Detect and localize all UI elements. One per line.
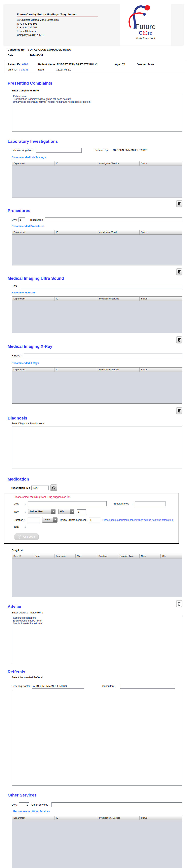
advice-delete-button[interactable]	[176, 600, 182, 607]
drug-input[interactable]	[28, 501, 107, 506]
way-select[interactable]: Before Meal	[28, 509, 55, 514]
lab-table-header: Department ID Investigation/Service Stat…	[12, 161, 182, 166]
other-services-input[interactable]	[51, 802, 182, 807]
prescription-id-input[interactable]	[31, 486, 49, 490]
advice-textarea[interactable]: Continue medications Ensure Abdonimal CT…	[12, 616, 182, 662]
xray-input[interactable]	[24, 353, 182, 358]
procedures-table-header: Department ID Investigation/Service Stat…	[12, 230, 182, 235]
col-duration-type: Duration Type	[118, 554, 140, 558]
section-title-xray: Medical Imaging X-Ray	[8, 344, 187, 349]
uss-table: Department ID Investigation/Service Stat…	[12, 297, 182, 333]
uss-table-header: Department ID Investigation/Service Stat…	[12, 297, 182, 301]
total-label: Total	[14, 525, 25, 528]
advice-label: Enter Doctor's Advice Here	[12, 611, 187, 614]
patient-id-label: Patient ID	[8, 63, 20, 66]
decimal-fractions-note: Please add as decimal numbers when addin…	[102, 519, 173, 521]
logo-letters-re: re	[148, 30, 152, 36]
duration-unit-select[interactable]: Day/s	[42, 517, 58, 523]
consultation-report-page: Future Care by Future Holdings (Pty) Lim…	[0, 0, 187, 868]
procedures-qty-input[interactable]	[18, 217, 25, 222]
col-investigation-service: Investigation/Service	[97, 368, 140, 372]
drug-list-table-header: Drug ID Drug Fequency Way Duration Durat…	[12, 554, 182, 558]
duration-input[interactable]	[28, 518, 40, 522]
diagnosis-textarea[interactable]	[12, 427, 182, 468]
lab-table-body[interactable]	[12, 166, 182, 197]
letterhead: Future Care by Future Holdings (Pty) Lim…	[4, 4, 183, 45]
per-meal-input[interactable]	[89, 518, 100, 522]
company-address: Le Chainter,Victoria,Mahe,Seychelles	[17, 18, 98, 22]
consultant-label: Consultant	[102, 685, 114, 687]
uss-table-body[interactable]	[12, 301, 182, 333]
future-care-logo: Future C♥re Body Mind Soul	[120, 4, 171, 45]
col-note: Note	[140, 554, 161, 558]
other-services-table-body[interactable]	[12, 820, 182, 868]
chevron-down-icon	[51, 509, 55, 514]
section-title-presenting-complaints: Presenting Complaints	[8, 81, 187, 86]
duration-label: Duration :	[14, 519, 28, 521]
xray-label: X-Rays :	[12, 354, 21, 357]
age-label: Age	[115, 63, 120, 66]
drug-list-table-body[interactable]	[12, 558, 182, 597]
procedures-input[interactable]	[45, 217, 182, 222]
other-qty-input[interactable]	[19, 802, 29, 807]
section-title-ultrasound: Medical Imaging Ultra Sound	[8, 276, 187, 281]
procedures-delete-button[interactable]	[176, 268, 182, 275]
other-services-label: Other Services :	[31, 803, 49, 806]
col-drug: Drug	[33, 554, 54, 558]
consultant-input[interactable]	[120, 684, 175, 688]
lab-referred-by-label: Reffered By :	[95, 149, 109, 152]
lab-testings-table: Department ID Investigation/Service Stat…	[12, 161, 182, 198]
prescription-refresh-button[interactable]	[50, 484, 57, 491]
col-id: ID	[54, 230, 97, 235]
logo-tagline: Body Mind Soul	[120, 36, 171, 40]
other-services-table-header: Department ID Investigation / Service St…	[12, 816, 182, 820]
special-notes-input[interactable]	[135, 501, 165, 506]
refresh-icon	[52, 486, 56, 490]
section-title-diagnosis: Diagnosis	[8, 416, 187, 421]
uss-delete-button[interactable]	[176, 336, 182, 343]
company-info: Future Care by Future Holdings (Pty) Lim…	[17, 13, 98, 37]
company-name: Future Care by Future Holdings (Pty) Lim…	[17, 13, 98, 16]
add-drug-button[interactable]: + Add Drug	[14, 533, 39, 540]
lab-investigation-label: Lab Investingation :	[12, 149, 33, 152]
section-title-other-services: Other Services	[8, 793, 187, 798]
trash-icon	[178, 202, 181, 206]
col-id: ID	[54, 161, 97, 165]
per-meal-label: Drugs/Tablets per meal :	[60, 519, 87, 521]
section-title-referrals: Refferals	[8, 670, 187, 674]
col-frequency: Fequency	[54, 554, 76, 558]
trash-icon	[178, 338, 181, 342]
chevron-down-icon	[70, 509, 74, 514]
logo-heart-icon: ♥	[143, 31, 147, 35]
complaints-label: Enter Complaints Here	[12, 89, 187, 92]
col-investigation-service: Investigation/Service	[97, 161, 140, 165]
referring-doctor-label: Reffering Doctor	[12, 685, 30, 687]
visit-date-label: Date	[38, 68, 44, 71]
visit-id-label: Visit ID	[8, 68, 16, 71]
chevron-down-icon	[53, 517, 57, 522]
recommended-uss-link: Recommended USS	[12, 291, 187, 294]
way-label: Way	[14, 510, 25, 513]
lab-investigation-input[interactable]	[36, 148, 82, 153]
patient-name-label: Patient Name	[38, 63, 55, 66]
col-status: Status	[140, 161, 182, 165]
drug-label: Drug	[14, 502, 25, 505]
col-drug-id: Drug ID	[12, 554, 33, 558]
col-way: Way	[76, 554, 97, 558]
xray-table-body[interactable]	[12, 372, 182, 403]
company-email: E: jude@future.sc	[17, 29, 98, 33]
complaints-textarea[interactable]: Patient seen Constipation is improving t…	[12, 94, 182, 131]
frequency-select[interactable]: OD	[58, 509, 74, 514]
referring-doctor-input[interactable]	[32, 684, 84, 688]
col-department: Department	[12, 297, 54, 301]
uss-input[interactable]	[21, 284, 182, 289]
procedures-table-body[interactable]	[12, 235, 182, 265]
other-qty-label: Qty :	[12, 803, 17, 806]
lab-delete-button[interactable]	[176, 200, 182, 207]
xray-delete-button[interactable]	[176, 407, 182, 414]
patient-info-box: Patient ID:6896 Patient Name: ROBERT JEA…	[4, 60, 185, 74]
col-department: Department	[12, 816, 54, 820]
referrals-list-box[interactable]	[12, 691, 182, 786]
section-title-advice: Advice	[8, 604, 187, 609]
way-qty-input[interactable]	[77, 509, 86, 514]
